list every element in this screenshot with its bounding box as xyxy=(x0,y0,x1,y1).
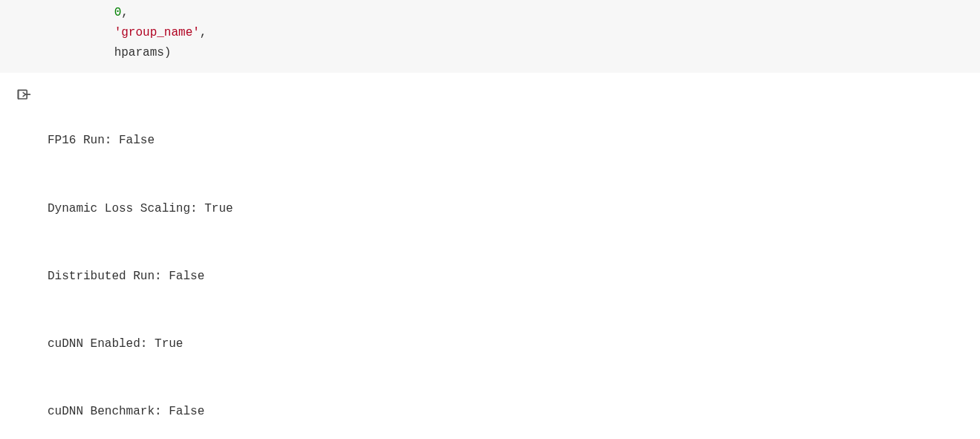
code-identifier: hparams xyxy=(114,46,164,59)
code-line-2: 'group_name', xyxy=(0,23,980,43)
output-fp16: FP16 Run: False xyxy=(48,129,980,152)
output-loss-scaling: Dynamic Loss Scaling: True xyxy=(48,198,980,220)
output-section: FP16 Run: False Dynamic Loss Scaling: Tr… xyxy=(0,73,980,439)
code-line-1: 0, xyxy=(0,3,980,23)
code-number: 0 xyxy=(114,6,122,19)
output-gutter[interactable] xyxy=(0,85,48,106)
code-line-3: hparams) xyxy=(0,43,980,63)
output-content: FP16 Run: False Dynamic Loss Scaling: Tr… xyxy=(48,85,980,439)
code-cell: 0, 'group_name', hparams) xyxy=(0,0,980,73)
output-cudnn-enabled: cuDNN Enabled: True xyxy=(48,333,980,355)
output-dist-run: Distributed Run: False xyxy=(48,265,980,287)
code-string: 'group_name' xyxy=(114,26,200,39)
output-arrow-icon xyxy=(16,88,31,106)
output-cudnn-bench: cuDNN Benchmark: False xyxy=(48,400,980,423)
